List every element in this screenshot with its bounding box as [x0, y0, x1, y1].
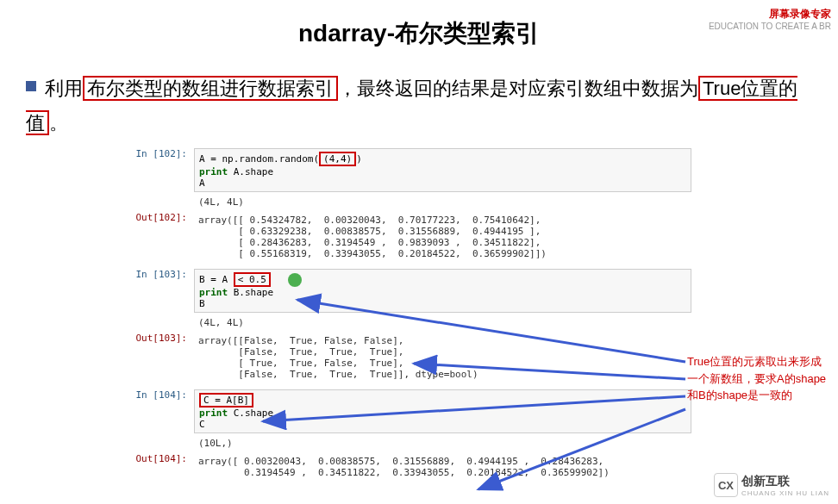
code-102-1a: A = np.random.random( [199, 153, 319, 165]
code-102: A = np.random.random((4,4)) print A.shap… [194, 148, 691, 192]
out-prompt-103: Out[103]: [129, 333, 194, 383]
code-102-1c: ) [356, 153, 362, 165]
out-text-103: array([[False, True, False, False], [Fal… [194, 333, 691, 383]
desc-p3: 。 [49, 112, 68, 134]
out-prompt-104: Out[104]: [129, 453, 194, 481]
out-text-104: array([ 0.00320043, 0.00838575, 0.315568… [194, 453, 691, 481]
result-103: (4L, 4L) [129, 314, 691, 331]
notebook-area: In [102]: A = np.random.random((4,4)) pr… [129, 148, 691, 481]
out-text-102: array([[ 0.54324782, 0.00320043, 0.70177… [194, 212, 691, 262]
cell-out-102: Out[102]: array([[ 0.54324782, 0.0032004… [129, 212, 691, 262]
cell-in-103: In [103]: B = A < 0.5 print B.shape B [129, 269, 691, 313]
logo-bottom: CX 创新互联 CHUANG XIN HU LIAN [714, 473, 829, 497]
watermark-line1: 屏幕录像专家 [709, 7, 831, 22]
code-104-3: C [199, 419, 686, 430]
logo-sub: CHUANG XIN HU LIAN [741, 489, 829, 497]
cell-in-102: In [102]: A = np.random.random((4,4)) pr… [129, 148, 691, 192]
code-103-3: B [199, 298, 686, 309]
code-103: B = A < 0.5 print B.shape B [194, 269, 691, 313]
code-102-2b: A.shape [228, 166, 273, 177]
code-102-print: print [199, 166, 228, 177]
result-text-102: (4L, 4L) [194, 194, 691, 210]
desc-p1: 利用 [45, 78, 83, 99]
result-102: (4L, 4L) [129, 194, 691, 210]
logo-text: 创新互联 [741, 474, 790, 488]
in-prompt-103: In [103]: [129, 269, 194, 313]
cell-in-104: In [104]: C = A[B] print C.shape C [129, 389, 691, 433]
code-102-3: A [199, 177, 686, 189]
green-dot-icon [288, 273, 302, 287]
logo-icon: CX [714, 473, 738, 497]
code-104-2b: C.shape [228, 408, 273, 419]
code-104: C = A[B] print C.shape C [194, 389, 691, 433]
result-text-104: (10L,) [194, 435, 691, 451]
watermark-top: 屏幕录像专家 EDUCATION TO CREATE A BR [709, 7, 831, 31]
desc-p2: ，最终返回的结果是对应索引数组中数据为 [338, 78, 698, 99]
code-103-print: print [199, 287, 228, 298]
code-103-2b: B.shape [228, 287, 273, 298]
annotation-text: True位置的元素取出来形成一个新数组，要求A的shape和B的shape是一致… [687, 353, 829, 404]
code-103-cond: < 0.5 [234, 272, 271, 287]
code-104-index: C = A[B] [199, 393, 253, 408]
result-104: (10L,) [129, 435, 691, 451]
watermark-line2: EDUCATION TO CREATE A BR [709, 22, 831, 31]
bullet-icon [26, 81, 36, 91]
in-prompt-104: In [104]: [129, 389, 194, 433]
code-102-arg: (4,4) [319, 152, 356, 166]
out-prompt-102: Out[102]: [129, 212, 194, 262]
in-prompt-102: In [102]: [129, 148, 194, 192]
cell-out-104: Out[104]: array([ 0.00320043, 0.00838575… [129, 453, 691, 481]
desc-highlight1: 布尔类型的数组进行数据索引 [83, 76, 338, 101]
result-text-103: (4L, 4L) [194, 314, 691, 331]
code-104-print: print [199, 408, 228, 419]
cell-out-103: Out[103]: array([[False, True, False, Fa… [129, 333, 691, 383]
description: 利用布尔类型的数组进行数据索引，最终返回的结果是对应索引数组中数据为True位置… [26, 72, 812, 140]
code-103-1a: B = A [199, 274, 234, 285]
